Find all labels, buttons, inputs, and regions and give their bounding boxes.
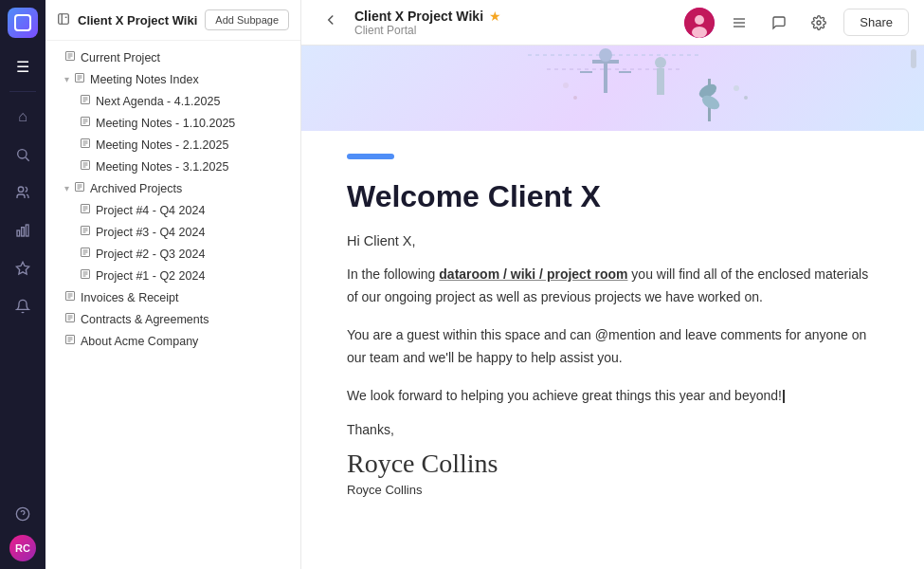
- rail-bottom: RC: [6, 497, 40, 561]
- project-1-doc-icon: [80, 268, 91, 283]
- sidebar-header: Client X Project Wiki Add Subpage: [45, 0, 300, 41]
- para1-link-text[interactable]: dataroom / wiki / project room: [439, 266, 627, 282]
- archived-projects-toggle-icon: ▾: [64, 183, 69, 193]
- rail-icon-bell[interactable]: [6, 289, 40, 323]
- meeting-notes-index-doc-icon: [74, 72, 85, 86]
- sidebar-item-next-agenda[interactable]: Next Agenda - 4.1.2025: [45, 90, 300, 112]
- rail-icon-home[interactable]: ⌂: [6, 100, 40, 134]
- content-signature: Royce Collins: [347, 449, 879, 479]
- topbar-comment-icon-btn[interactable]: [764, 8, 794, 38]
- current-project-doc-icon: [64, 50, 76, 64]
- sidebar-item-label-meeting-notes-index: Meeting Notes Index: [90, 73, 293, 86]
- sidebar-item-label-current-project: Current Project: [81, 51, 293, 64]
- svg-point-78: [599, 48, 612, 62]
- rail-icon-star[interactable]: [6, 251, 40, 285]
- next-agenda-doc-icon: [80, 94, 91, 108]
- contracts-doc-icon: [64, 312, 76, 326]
- svg-point-67: [695, 15, 704, 25]
- rail-icon-people[interactable]: [6, 175, 40, 210]
- topbar-settings-icon-btn[interactable]: [804, 8, 834, 38]
- para1-text-before: In the following: [347, 266, 439, 282]
- content-body: Welcome Client X Hi Client X, ⋮ In the f…: [301, 131, 924, 520]
- rail-icon-chart[interactable]: [6, 213, 40, 248]
- sidebar-item-invoices[interactable]: Invoices & Receipt: [45, 286, 300, 308]
- meeting-notes-toggle-icon: ▾: [64, 74, 69, 84]
- svg-point-72: [817, 21, 821, 25]
- sidebar-item-project-4[interactable]: Project #4 - Q4 2024: [45, 199, 300, 221]
- sidebar-item-meeting-notes-index[interactable]: ▾ Meeting Notes Index: [45, 68, 300, 90]
- content-scrollbar[interactable]: [911, 46, 918, 131]
- content-paragraph-3: We look forward to helping you achieve g…: [347, 385, 879, 408]
- content-paragraph-1: In the following dataroom / wiki / proje…: [347, 264, 879, 309]
- content-accent-bar: [347, 154, 394, 159]
- sidebar-item-about[interactable]: About Acme Company: [45, 330, 300, 352]
- svg-point-0: [18, 150, 27, 158]
- sidebar-item-meeting-notes-2[interactable]: Meeting Notes - 2.1.2025: [45, 134, 300, 156]
- share-button[interactable]: Share: [843, 9, 909, 36]
- sidebar-header-icon: [57, 12, 70, 28]
- svg-point-87: [744, 96, 748, 100]
- topbar-title-group: Client X Project Wiki ★ Client Portal: [354, 9, 501, 37]
- text-cursor: [783, 390, 785, 403]
- svg-rect-9: [59, 13, 69, 24]
- topbar-user-avatar[interactable]: [684, 8, 715, 38]
- content-paragraph-1-wrapper: ⋮ In the following dataroom / wiki / pro…: [347, 264, 879, 309]
- svg-point-68: [692, 27, 707, 38]
- sidebar-item-project-2[interactable]: Project #2 - Q3 2024: [45, 243, 300, 265]
- meeting-notes-2-doc-icon: [80, 138, 91, 152]
- svg-rect-3: [17, 230, 20, 236]
- rail-icon-help[interactable]: [6, 497, 40, 531]
- sidebar-item-contracts[interactable]: Contracts & Agreements: [45, 308, 300, 330]
- sidebar-item-meeting-notes-1[interactable]: Meeting Notes - 1.10.2025: [45, 112, 300, 134]
- rail-user-avatar[interactable]: RC: [9, 535, 36, 561]
- svg-line-1: [26, 157, 29, 161]
- sidebar-item-current-project[interactable]: Current Project: [45, 46, 300, 68]
- meeting-notes-1-doc-icon: [80, 116, 91, 130]
- icon-rail: ☰ ⌂ RC: [0, 0, 45, 569]
- svg-rect-73: [338, 46, 888, 131]
- invoices-doc-icon: [64, 290, 76, 304]
- content-thanks: Thanks,: [347, 422, 879, 437]
- sidebar-item-label-meeting-notes-2: Meeting Notes - 2.1.2025: [96, 138, 293, 152]
- about-doc-icon: [64, 334, 76, 348]
- back-button[interactable]: [317, 9, 345, 35]
- svg-rect-5: [26, 225, 28, 236]
- sidebar-item-label-project-3: Project #3 - Q4 2024: [96, 226, 293, 239]
- sidebar-item-label-contracts: Contracts & Agreements: [81, 313, 293, 326]
- sidebar-item-label-next-agenda: Next Agenda - 4.1.2025: [96, 95, 293, 108]
- rail-icon-search[interactable]: [6, 138, 40, 172]
- content-banner: [301, 46, 924, 131]
- sidebar-item-label-project-1: Project #1 - Q2 2024: [96, 269, 293, 283]
- sidebar-item-label-invoices: Invoices & Receipt: [81, 291, 293, 304]
- sidebar-item-label-project-2: Project #2 - Q3 2024: [96, 248, 293, 261]
- sidebar-tree: Current Project ▾ Meeting Notes Index Ne…: [45, 41, 300, 358]
- app-logo[interactable]: [8, 8, 38, 38]
- project-4-doc-icon: [80, 203, 91, 217]
- sidebar: Client X Project Wiki Add Subpage Curren…: [45, 0, 301, 569]
- sidebar-wiki-title: Client X Project Wiki: [78, 13, 197, 28]
- content-scroll-area[interactable]: Welcome Client X Hi Client X, ⋮ In the f…: [301, 46, 924, 569]
- sidebar-item-label-project-4: Project #4 - Q4 2024: [96, 204, 293, 217]
- svg-rect-76: [604, 60, 607, 93]
- topbar-menu-icon-btn[interactable]: [724, 8, 754, 38]
- sidebar-item-meeting-notes-3[interactable]: Meeting Notes - 3.1.2025: [45, 156, 300, 177]
- rail-icon-sidebar[interactable]: ☰: [6, 49, 40, 83]
- topbar-breadcrumb: Client Portal: [354, 24, 501, 37]
- sidebar-item-label-meeting-notes-1: Meeting Notes - 1.10.2025: [96, 117, 293, 130]
- sidebar-item-label-archived-projects: Archived Projects: [90, 182, 293, 195]
- topbar: Client X Project Wiki ★ Client Portal: [301, 0, 924, 46]
- banner-illustration: [338, 46, 888, 131]
- sidebar-item-project-1[interactable]: Project #1 - Q2 2024: [45, 265, 300, 286]
- svg-point-2: [18, 187, 23, 192]
- svg-rect-82: [657, 68, 664, 95]
- sidebar-item-archived-projects[interactable]: ▾ Archived Projects: [45, 177, 300, 199]
- content-heading: Welcome Client X: [347, 178, 879, 214]
- sidebar-item-project-3[interactable]: Project #3 - Q4 2024: [45, 221, 300, 243]
- sidebar-item-label-meeting-notes-3: Meeting Notes - 3.1.2025: [96, 160, 293, 174]
- svg-point-89: [563, 83, 569, 88]
- project-3-doc-icon: [80, 225, 91, 239]
- add-subpage-button[interactable]: Add Subpage: [205, 9, 289, 30]
- meeting-notes-3-doc-icon: [80, 159, 91, 174]
- avatar-img: [684, 8, 715, 38]
- topbar-star-icon[interactable]: ★: [489, 9, 501, 24]
